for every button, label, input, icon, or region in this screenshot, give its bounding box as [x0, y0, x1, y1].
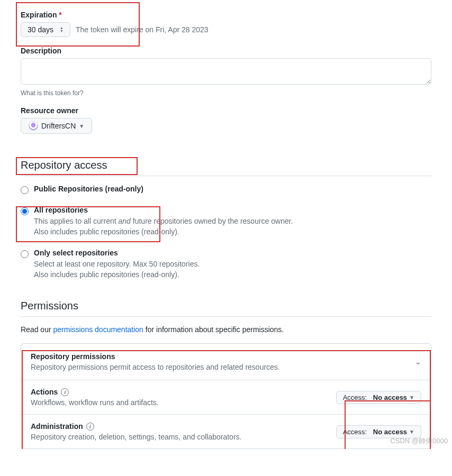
perm-row-actions: Actions i Workflows, workflow runs and a…	[21, 380, 431, 414]
radio-select-desc: Select at least one repository. Max 50 r…	[34, 259, 200, 280]
radio-all-desc: This applies to all current and future r…	[34, 216, 293, 237]
radio-public-label: Public Repositories (read-only)	[34, 185, 143, 193]
owner-label: Resource owner	[21, 106, 431, 115]
description-helper: What is this token for?	[21, 89, 431, 97]
perm-row-admin: Administration i Repository creation, de…	[21, 414, 431, 448]
repo-access-heading: Repository access	[21, 159, 431, 176]
permissions-doc-link[interactable]: permissions documentation	[53, 325, 143, 334]
radio-select-label: Only select repositories	[34, 249, 200, 257]
expiration-hint: The token will expire on Fri, Apr 28 202…	[76, 25, 209, 34]
info-icon[interactable]: i	[86, 423, 94, 431]
chevron-down-icon: ⌄	[415, 358, 421, 366]
expiration-label: Expiration *	[21, 11, 431, 19]
expiration-select[interactable]: 30 days ▲▼	[21, 22, 70, 37]
caret-down-icon: ▼	[409, 395, 414, 400]
repo-permissions-panel: Repository permissions Repository permis…	[21, 343, 431, 449]
radio-all-label: All repositories	[34, 206, 293, 214]
avatar	[29, 121, 38, 131]
permissions-intro: Read our permissions documentation for i…	[21, 325, 431, 334]
updown-icon: ▲▼	[60, 26, 64, 33]
radio-public[interactable]	[21, 186, 29, 194]
watermark: CSDN @帥偉0000	[390, 436, 448, 446]
info-icon[interactable]: i	[61, 388, 69, 396]
description-input[interactable]	[21, 58, 431, 85]
caret-down-icon: ▼	[79, 123, 84, 129]
caret-down-icon: ▼	[409, 429, 414, 435]
repo-permissions-toggle[interactable]: Repository permissions Repository permis…	[21, 344, 431, 380]
radio-all[interactable]	[21, 207, 29, 215]
access-actions-select[interactable]: Access: No access ▼	[336, 391, 421, 404]
radio-select[interactable]	[21, 250, 29, 258]
permissions-heading: Permissions	[21, 300, 431, 317]
owner-select[interactable]: DriftersCN ▼	[21, 118, 92, 134]
description-label: Description	[21, 47, 431, 55]
